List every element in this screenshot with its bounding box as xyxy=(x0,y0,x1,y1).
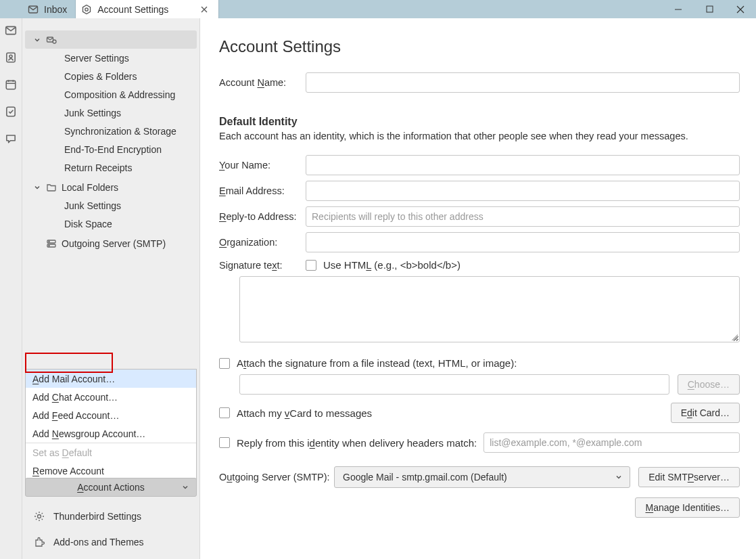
address-book-space-icon[interactable] xyxy=(4,51,18,64)
outgoing-server-select[interactable]: Google Mail - smtp.gmail.com (Default) xyxy=(334,466,630,488)
calendar-space-icon[interactable] xyxy=(4,78,18,91)
tab-close-icon[interactable] xyxy=(201,6,210,13)
thunderbird-settings-button[interactable]: Thunderbird Settings xyxy=(22,504,199,529)
inbox-icon xyxy=(28,4,39,15)
svg-rect-6 xyxy=(6,81,16,89)
email-input[interactable] xyxy=(306,181,740,201)
tree-item-return-receipts[interactable]: Return Receipts xyxy=(25,158,197,177)
signature-textarea[interactable] xyxy=(239,276,740,342)
svg-point-13 xyxy=(49,245,49,246)
tab-inbox[interactable]: Inbox xyxy=(22,0,75,18)
choose-file-button[interactable]: Choose… xyxy=(678,374,740,395)
signature-file-input[interactable] xyxy=(239,374,669,395)
chevron-down-icon xyxy=(615,473,623,481)
main-content: Account Settings Account Name: Default I… xyxy=(200,18,756,559)
puzzle-icon xyxy=(33,536,45,548)
attach-vcard-checkbox[interactable] xyxy=(219,407,230,418)
menu-add-newsgroup-account[interactable]: Add Newsgroup Account… xyxy=(26,424,196,443)
chevron-down-icon xyxy=(32,35,43,45)
reply-to-input[interactable] xyxy=(306,206,740,227)
email-label: Email Address: xyxy=(219,185,306,196)
outgoing-server-label: Outgoing Server (SMTP): xyxy=(219,472,334,483)
svg-point-5 xyxy=(9,55,12,58)
tree-account-root[interactable] xyxy=(25,30,197,49)
tab-account-settings[interactable]: Account Settings xyxy=(75,0,219,18)
tree-item-disk-space[interactable]: Disk Space xyxy=(25,215,197,233)
svg-point-14 xyxy=(38,515,41,518)
page-title: Account Settings xyxy=(219,37,740,56)
default-identity-desc: Each account has an identity, which is t… xyxy=(219,131,740,141)
use-html-checkbox[interactable] xyxy=(306,260,316,271)
tree-item-composition[interactable]: Composition & Addressing xyxy=(25,85,197,104)
account-actions-button[interactable]: Account Actions xyxy=(25,478,197,497)
account-tree-sidebar: Server Settings Copies & Folders Composi… xyxy=(22,18,200,559)
manage-identities-button[interactable]: Manage Identities… xyxy=(635,497,740,518)
menu-add-chat-account[interactable]: Add Chat Account… xyxy=(26,388,196,406)
attach-file-checkbox[interactable] xyxy=(219,358,230,369)
use-html-label: Use HTML (e.g., <b>bold</b>) xyxy=(323,259,460,271)
reply-identity-input[interactable] xyxy=(483,432,740,453)
tree-local-folders[interactable]: Local Folders xyxy=(25,178,197,196)
attach-vcard-label: Attach my vCard to messages xyxy=(237,407,372,419)
settings-hex-icon xyxy=(81,4,92,15)
menu-add-mail-account[interactable]: Add Mail Account… xyxy=(26,370,196,388)
outgoing-server-value: Google Mail - smtp.gmail.com (Default) xyxy=(343,472,507,483)
your-name-label: Your Name: xyxy=(219,160,306,171)
tree-local-folders-label: Local Folders xyxy=(62,182,118,193)
your-name-input[interactable] xyxy=(306,155,740,175)
tree-item-local-junk[interactable]: Junk Settings xyxy=(25,196,197,215)
reply-identity-checkbox[interactable] xyxy=(219,437,230,448)
edit-smtp-button[interactable]: Edit SMTP server… xyxy=(638,467,740,487)
account-actions-menu: Add Mail Account… Add Chat Account… Add … xyxy=(25,369,197,480)
tasks-space-icon[interactable] xyxy=(4,105,18,118)
attach-file-label: Attach the signature from a file instead… xyxy=(237,357,517,369)
gear-icon xyxy=(33,510,45,522)
svg-rect-7 xyxy=(7,107,15,116)
tree-outgoing-label: Outgoing Server (SMTP) xyxy=(62,238,166,249)
account-name-label: Account Name: xyxy=(219,77,306,88)
reply-identity-label: Reply from this identity when delivery h… xyxy=(237,437,477,449)
thunderbird-settings-label: Thunderbird Settings xyxy=(53,511,141,522)
mail-space-icon[interactable] xyxy=(4,24,18,37)
minimize-button[interactable] xyxy=(663,0,694,18)
mail-account-icon xyxy=(45,34,57,46)
chat-space-icon[interactable] xyxy=(4,132,18,146)
chevron-down-icon xyxy=(32,182,43,193)
addons-themes-button[interactable]: Add-ons and Themes xyxy=(22,529,199,555)
tree-item-e2e[interactable]: End-To-End Encryption xyxy=(25,140,197,158)
chevron-down-icon xyxy=(181,483,189,491)
account-name-input[interactable] xyxy=(306,72,740,93)
edit-card-button[interactable]: Edit Card… xyxy=(671,403,740,423)
tab-inbox-label: Inbox xyxy=(44,4,67,15)
tree-item-sync-storage[interactable]: Synchronization & Storage xyxy=(25,122,197,140)
spaces-toolbar xyxy=(0,18,22,559)
close-window-button[interactable] xyxy=(725,0,756,18)
svg-point-12 xyxy=(49,241,49,242)
window-controls xyxy=(663,0,756,18)
tree-outgoing-server[interactable]: Outgoing Server (SMTP) xyxy=(25,234,197,252)
addons-themes-label: Add-ons and Themes xyxy=(53,537,144,547)
tree-item-junk[interactable]: Junk Settings xyxy=(25,104,197,122)
svg-point-1 xyxy=(85,7,88,10)
folder-icon xyxy=(45,181,57,194)
default-identity-heading: Default Identity xyxy=(219,116,740,128)
tree-item-server-settings[interactable]: Server Settings xyxy=(25,49,197,67)
reply-to-label: Reply-to Address: xyxy=(219,211,306,222)
tree-item-copies-folders[interactable]: Copies & Folders xyxy=(25,67,197,85)
maximize-button[interactable] xyxy=(694,0,725,18)
organization-input[interactable] xyxy=(306,232,740,252)
menu-remove-account[interactable]: Remove Account xyxy=(26,462,196,480)
tab-settings-label: Account Settings xyxy=(97,4,168,15)
title-bar: Inbox Account Settings xyxy=(0,0,756,18)
organization-label: Organization: xyxy=(219,237,306,248)
signature-text-label: Signature text: xyxy=(219,260,306,271)
menu-set-default: Set as Default xyxy=(26,443,196,462)
svg-rect-2 xyxy=(707,6,713,12)
outgoing-server-icon xyxy=(45,238,57,250)
menu-add-feed-account[interactable]: Add Feed Account… xyxy=(26,406,196,424)
